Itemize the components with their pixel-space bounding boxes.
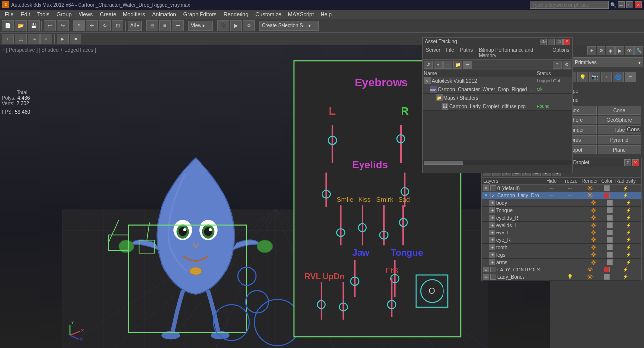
utilities-icon[interactable]: 🔧 (634, 46, 643, 55)
quick-render-button[interactable]: ▶ (230, 20, 242, 31)
modify-icon[interactable]: ⚙ (597, 46, 605, 55)
stop-button[interactable]: ■ (70, 34, 81, 44)
asset-tab-server[interactable]: Server (423, 46, 443, 59)
layer-row-lady-bones[interactable]: ≡ Lady_Bones --- 💡 🔆 ⚡ (482, 273, 641, 281)
cartoon-color[interactable] (600, 193, 614, 198)
mirror-button[interactable]: ⊟ (146, 20, 158, 31)
render-button[interactable]: 🎥 (217, 20, 229, 31)
hierarchy-icon[interactable]: ◈ (606, 46, 615, 55)
minimize-button[interactable]: — (618, 1, 625, 8)
layer-close-button[interactable]: ✕ (632, 159, 639, 166)
menu-item-edit[interactable]: Edit (18, 10, 33, 19)
asset-close-button[interactable]: ✕ (564, 39, 570, 45)
asset-minimize-button[interactable]: — (548, 39, 555, 45)
layer-row-default[interactable]: ≡ 0 (default) --- --- 🔆 ⚡ (482, 185, 641, 192)
rotate-button[interactable]: ↻ (99, 20, 111, 31)
snap-toggle3[interactable]: % (28, 34, 40, 44)
lady-bones-cb[interactable] (490, 274, 496, 280)
scale-button[interactable]: ⊡ (112, 20, 123, 31)
search-icon[interactable]: 🔍 (610, 2, 616, 8)
asset-remove-button[interactable]: − (443, 61, 452, 69)
light-icon-btn[interactable]: 💡 (577, 72, 588, 82)
close-button[interactable]: ✕ (635, 1, 642, 8)
default-color[interactable] (600, 185, 614, 191)
layer-row-legs[interactable]: ◈ legs 🔆 ⚡ (482, 251, 641, 259)
move-button[interactable]: ✛ (86, 20, 98, 31)
menu-item-help[interactable]: Help (318, 10, 335, 19)
layer-row-lady-controls[interactable]: ≡ LADY_CONTROLS --- --- 🔆 ⚡ (482, 266, 641, 273)
layer-row-eyelids-l[interactable]: ◈ eyelids_l 🔆 ⚡ (482, 222, 641, 229)
menu-item-views[interactable]: Views (76, 10, 96, 19)
asset-settings-button[interactable]: ⚙ (563, 61, 571, 69)
snap-toggle[interactable]: + (2, 34, 14, 44)
asset-scroll-thumb[interactable] (424, 161, 463, 165)
menu-item-file[interactable]: File (2, 10, 17, 19)
create-selection-dropdown[interactable]: Create Selection S... ▾ (259, 21, 319, 31)
cone-button[interactable]: Cone (598, 106, 641, 115)
layer-row-eye-r[interactable]: ◈ eye_R 🔆 ⚡ (482, 236, 641, 244)
asset-refresh-button[interactable]: ↺ (424, 61, 433, 69)
layer-row-tooth[interactable]: ◈ tooth 🔆 ⚡ (482, 244, 641, 251)
snap-toggle4[interactable]: ○ (40, 34, 52, 44)
motion-icon[interactable]: ▶ (615, 46, 624, 55)
menu-item-create[interactable]: Create (97, 10, 119, 19)
menu-item-customize[interactable]: Customize (252, 10, 284, 19)
new-button[interactable]: 📄 (2, 20, 14, 31)
lady-controls-cb[interactable] (490, 267, 496, 272)
asset-restore-button[interactable]: □ (556, 39, 563, 45)
asset-row-vault[interactable]: V Autodesk Vault 2012 Logged Out ... (423, 77, 572, 85)
asset-tab-file[interactable]: File (443, 46, 457, 59)
save-button[interactable]: 💾 (28, 20, 40, 31)
menu-item-group[interactable]: Group (53, 10, 75, 19)
asset-row-maps[interactable]: 📁 Maps / Shaders (423, 94, 572, 102)
asset-folder-button[interactable]: 📁 (453, 61, 462, 69)
view-dropdown[interactable]: View ▾ (188, 21, 213, 31)
asset-add-button[interactable]: + (434, 61, 443, 69)
menu-item-maxscript[interactable]: MAXScript (285, 10, 317, 19)
create-icon[interactable]: ✦ (587, 46, 596, 55)
spacewarp-icon-btn[interactable]: 🌀 (613, 72, 624, 82)
layer-row-arms[interactable]: ◈ arms 🔆 ⚡ (482, 259, 641, 266)
snap-toggle2[interactable]: △ (15, 34, 27, 44)
menu-item-rendering[interactable]: Rendering (221, 10, 252, 19)
asset-tab-bitmap[interactable]: Bitmap Performance and Memory (476, 46, 549, 59)
render-settings-button[interactable]: ⚙ (243, 20, 255, 31)
menu-item-animation[interactable]: Animation (149, 10, 179, 19)
layer-row-eyelids-r[interactable]: ◈ eyelids_R 🔆 ⚡ (482, 214, 641, 222)
geosphere-button[interactable]: GeoSphere (598, 116, 641, 124)
default-layer-cb[interactable] (490, 185, 496, 191)
helper-icon-btn[interactable]: + (601, 72, 612, 82)
search-input[interactable] (530, 1, 609, 9)
align-button[interactable]: ≡ (159, 20, 171, 31)
menu-item-graph[interactable]: Graph Editors (180, 10, 220, 19)
open-button[interactable]: 📂 (15, 20, 27, 31)
system-icon-btn[interactable]: ≡ (625, 72, 636, 82)
layer-row-body[interactable]: ◈ body 🔆 ⚡ (482, 199, 641, 207)
menu-item-modifiers[interactable]: Modifiers (120, 10, 148, 19)
display-icon[interactable]: 👁 (625, 46, 634, 55)
asset-scrollbar[interactable] (423, 160, 572, 165)
menu-item-tools[interactable]: Tools (34, 10, 53, 19)
select-button[interactable]: ↖ (73, 20, 85, 31)
layer-row-cartoon[interactable]: ≡ ✓ Cartoon_Lady_Dro --- --- 🔆 ⚡ (482, 192, 641, 199)
pyramid-button[interactable]: Pyramid (598, 135, 641, 144)
camera-icon-btn[interactable]: 📷 (589, 72, 600, 82)
maximize-button[interactable]: □ (626, 1, 633, 8)
layer-row-tongue[interactable]: ◈ Tongue 🔆 ⚡ (482, 207, 641, 214)
layer-button[interactable]: ☰ (172, 20, 184, 31)
redo-button[interactable]: ↪ (57, 20, 69, 31)
asset-tab-paths[interactable]: Paths (457, 46, 476, 59)
asset-help-button[interactable]: ? (553, 61, 562, 69)
selection-filter-dropdown[interactable]: All ▾ (128, 21, 142, 31)
layer-help-button[interactable]: ? (624, 159, 631, 166)
asset-expand-button[interactable]: ◁▷ (540, 39, 547, 45)
layer-row-eye-l[interactable]: ◈ eye_L 🔆 ⚡ (482, 229, 641, 236)
asset-row-file[interactable]: max Cartoon_Character_Water_Drop_Rigged_… (423, 85, 572, 94)
undo-button[interactable]: ↩ (44, 20, 56, 31)
asset-row-texture[interactable]: 🖼 Cartoon_Lady_Droplet_diffuse.png Found (423, 102, 572, 111)
play-button[interactable]: ▶ (57, 34, 69, 44)
asset-tab-options[interactable]: Options (550, 46, 572, 59)
plane-button[interactable]: Plane (598, 145, 641, 154)
cartoon-layer-cb[interactable]: ✓ (490, 193, 496, 198)
asset-list-button[interactable]: ☰ (463, 61, 472, 69)
